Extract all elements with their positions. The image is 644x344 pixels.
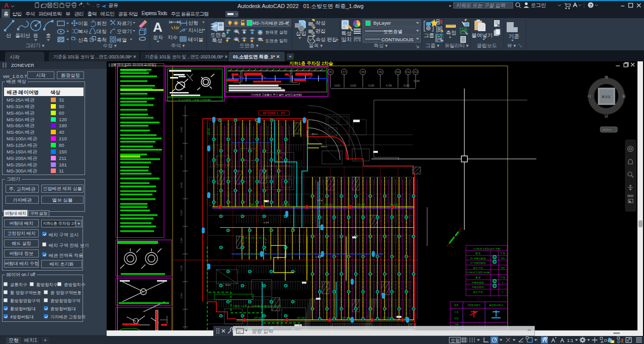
svg-text:WCS ▾: WCS ▾ — [602, 128, 611, 131]
svg-text:5,975: 5,975 — [180, 210, 183, 216]
svg-text:GP-125: GP-125 — [390, 204, 398, 206]
svg-text:붙여넣기: 붙여넣기 — [471, 32, 493, 38]
svg-text:-: - — [473, 323, 474, 325]
svg-text:X6: X6 — [329, 71, 332, 73]
svg-text:-: - — [502, 286, 503, 288]
svg-text:ByLayer: ByLayer — [373, 20, 391, 26]
svg-text:GP-100: GP-100 — [382, 317, 390, 319]
svg-text:6,620: 6,620 — [334, 84, 340, 87]
svg-text:품 결: 품 결 — [475, 276, 480, 279]
svg-text:선: 선 — [6, 33, 11, 38]
svg-text:6,260: 6,260 — [404, 84, 410, 87]
svg-text:폴리선: 폴리선 — [15, 33, 30, 38]
svg-text:작성: 작성 — [315, 20, 326, 26]
svg-text:테이블: 테이블 — [188, 37, 203, 42]
svg-text:문자: 문자 — [153, 35, 163, 40]
svg-text:[-][평면도][2D 와이어프레임]: [-][평면도][2D 와이어프레임] — [109, 62, 156, 67]
svg-text:특성: 특성 — [341, 30, 352, 36]
svg-text:측정: 측정 — [446, 30, 456, 36]
svg-text:가지배관 고정장치(60A): 가지배관 고정장치(60A) — [466, 271, 490, 274]
svg-text:A: A — [153, 20, 163, 35]
svg-text:남: 남 — [604, 114, 608, 118]
svg-text:모형: 모형 — [451, 338, 460, 343]
svg-text:-: - — [502, 262, 503, 264]
svg-text:GP-80: GP-80 — [208, 128, 210, 135]
svg-text:로그인: 로그인 — [531, 3, 546, 8]
svg-text:60A(양결형): 60A(양결형) — [472, 286, 484, 288]
svg-text:지수: 지수 — [168, 35, 178, 40]
svg-text:종류: 종류 — [454, 304, 459, 306]
svg-text:4Ca1: 4Ca1 — [225, 284, 231, 286]
svg-text:도면층 일치: 도면층 일치 — [265, 38, 288, 43]
svg-text:4F•a: 4F•a — [280, 88, 284, 90]
svg-text:X12: X12 — [414, 71, 418, 73]
svg-text:모깎기: 모깎기 — [117, 29, 132, 34]
svg-text:가지배관 고정장치(25~40A): 가지배관 고정장치(25~40A) — [473, 247, 501, 250]
svg-text:배열: 배열 — [117, 37, 127, 43]
svg-text:4,000: 4,000 — [180, 127, 183, 133]
svg-text:X8: X8 — [361, 71, 364, 73]
svg-text:8,000: 8,000 — [180, 182, 183, 188]
svg-text:GP-100: GP-100 — [297, 317, 305, 319]
svg-text:편집: 편집 — [315, 28, 326, 34]
svg-text:169: 169 — [501, 267, 505, 269]
svg-text:일치: 일치 — [341, 36, 352, 42]
svg-text:4-102: 4-102 — [264, 221, 269, 224]
svg-text:수 량: 수 량 — [500, 276, 506, 279]
svg-text:1:1: 1:1 — [567, 338, 574, 343]
svg-text:북: 북 — [604, 75, 608, 79]
svg-text:GP-125: GP-125 — [250, 204, 258, 206]
svg-text:25~40A(양발형): 25~40A(양발형) — [470, 262, 486, 264]
svg-text:6,780: 6,780 — [386, 84, 392, 87]
svg-text:B1F•U: B1F•U — [321, 145, 327, 148]
svg-text:R4•L2: R4•L2 — [312, 133, 318, 135]
svg-text:CONTINUOUS: CONTINUOUS — [381, 37, 414, 42]
svg-text:현재로 설정: 현재로 설정 — [265, 30, 288, 35]
svg-text:합계 수량: 합계 수량 — [473, 291, 483, 293]
svg-text:복사: 복사 — [78, 29, 88, 34]
svg-text:명령 입력: 명령 입력 — [252, 328, 274, 334]
svg-text:축척: 축척 — [97, 37, 107, 43]
svg-text:JLY B: JLY B — [317, 199, 323, 202]
svg-text:GP-125: GP-125 — [282, 204, 290, 206]
svg-text:이동: 이동 — [78, 21, 88, 26]
svg-text:수 량: 수 량 — [500, 252, 506, 254]
svg-text:6,000: 6,000 — [180, 293, 183, 299]
svg-text:삽입: 삽입 — [296, 30, 306, 36]
svg-text:5,000: 5,000 — [180, 265, 183, 271]
svg-text:횡방향 버팀대: 횡방향 버팀대 — [489, 304, 503, 306]
svg-text:[천리 사무소 조리배관 평면도 참조]: [천리 사무소 조리배관 평면도 참조] — [233, 305, 281, 308]
svg-text:?: ? — [590, 3, 593, 8]
svg-text:회전: 회전 — [97, 21, 107, 26]
svg-text:원: 원 — [33, 33, 38, 38]
svg-text:5,195: 5,195 — [180, 237, 183, 243]
svg-text:X7: X7 — [343, 71, 346, 73]
svg-text:합계 수량: 합계 수량 — [473, 267, 483, 269]
svg-text:MS-가지배관 25-4(: MS-가지배관 25-4( — [253, 21, 289, 26]
svg-text:SP ZONE 1 - PV: SP ZONE 1 - PV — [263, 112, 285, 115]
svg-text:평면도: 평면도 — [602, 95, 611, 99]
svg-text:GP-100: GP-100 — [254, 317, 262, 319]
svg-text:a-107: a-107 — [315, 255, 321, 258]
svg-text:25~40A(단발형): 25~40A(단발형) — [470, 257, 486, 260]
svg-text:도면층별: 도면층별 — [383, 29, 403, 34]
svg-text:기호: 기호 — [454, 311, 459, 313]
svg-text:-: - — [496, 323, 497, 325]
svg-text:9,165: 9,165 — [414, 80, 420, 82]
svg-text:지시선: 지시선 — [188, 28, 203, 33]
svg-text:서: 서 — [587, 94, 591, 99]
svg-text:60A(체결형): 60A(체결형) — [472, 281, 484, 284]
svg-text:기준: 기준 — [509, 33, 519, 39]
svg-text:1: 1 — [502, 291, 504, 293]
svg-text:GP-125: GP-125 — [325, 204, 333, 206]
svg-text:V: V — [309, 38, 312, 42]
svg-text:가지배관 고정틀의 추가 설치 상세도(강관용): 가지배관 고정틀의 추가 설치 상세도(강관용) — [251, 93, 302, 97]
svg-text:특성: 특성 — [212, 37, 222, 43]
svg-text:F 가지배관 고정용수(장탄화): F 가지배관 고정용수(장탄화) — [179, 98, 211, 102]
svg-text:속성 편집: 속성 편집 — [315, 37, 337, 42]
svg-text:X10: X10 — [396, 71, 400, 73]
svg-text:6,290: 6,290 — [368, 84, 374, 87]
svg-text:선형: 선형 — [188, 20, 198, 26]
svg-text:강성: 강성 — [454, 317, 459, 319]
svg-text:호: 호 — [46, 33, 51, 38]
